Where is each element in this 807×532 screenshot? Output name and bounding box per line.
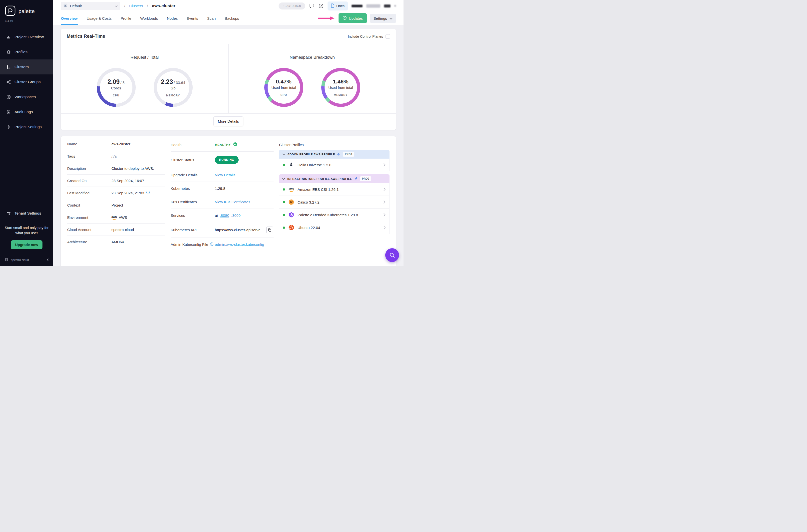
link-icon[interactable] — [337, 152, 340, 156]
health-status: HEALTHY — [215, 143, 231, 147]
namespace-memory-label: MEMORY — [334, 93, 348, 96]
audit-log-icon — [6, 109, 11, 114]
service-port-3000-link[interactable]: :3000 — [231, 213, 241, 217]
cluster-tabs: Overview Usage & Costs Profile Workloads… — [53, 12, 404, 25]
sidebar-item-label: Cluster Groups — [15, 80, 40, 84]
view-details-link[interactable]: View Details — [215, 173, 236, 177]
info-icon[interactable] — [146, 191, 150, 195]
collapse-sidebar-icon[interactable] — [46, 258, 49, 262]
chevron-down-icon — [115, 4, 118, 8]
rocket-icon — [288, 162, 295, 168]
sidebar-bottom: Tenant Settings Start small and only pay… — [0, 206, 53, 266]
namespace-cpu-value: 0.47% — [276, 78, 291, 85]
sidebar-item-clusters[interactable]: Clusters — [0, 59, 53, 74]
memory-gauge: 2.23/ 33.64 Gb MEMORY — [154, 68, 193, 107]
addon-profile-header-label: ADDON PROFILE AWS-PROFILE — [287, 153, 335, 156]
tab-events[interactable]: Events — [186, 12, 199, 25]
view-k8s-certificates-link[interactable]: View K8s Certificates — [215, 200, 250, 204]
status-dot — [283, 214, 285, 216]
tab-usage-costs[interactable]: Usage & Costs — [87, 12, 112, 25]
project-chart-icon — [63, 3, 68, 9]
docs-button[interactable]: Docs — [327, 1, 348, 11]
usage-quota-pill: 1.29/100kCh — [279, 2, 305, 10]
page-title: aws-cluster — [152, 3, 175, 8]
chevron-right-icon — [383, 200, 386, 204]
breadcrumb-clusters-link[interactable]: Clusters — [129, 4, 143, 8]
cluster-profiles-title: Cluster Profiles — [279, 143, 390, 147]
profile-item-palette-extended-kubernetes[interactable]: Palette eXtended Kubernetes 1.29.8 — [279, 209, 390, 221]
tab-workloads[interactable]: Workloads — [140, 12, 158, 25]
redacted-dot — [394, 5, 396, 7]
redacted-user-info — [352, 5, 362, 7]
sidebar-item-audit-logs[interactable]: Audit Logs — [0, 104, 53, 119]
tab-scan[interactable]: Scan — [207, 12, 216, 25]
cpu-gauge-unit: Cores — [111, 86, 121, 90]
compass-help-button[interactable] — [318, 3, 324, 9]
profile-item-calico[interactable]: Calico 3.27.2 — [279, 196, 390, 209]
request-total-section: Request / Total 2.09/ 8 Cores CPU — [61, 55, 228, 107]
infrastructure-profile-header[interactable]: INFRASTRUCTURE PROFILE AWS-PROFILE PROJ — [279, 174, 390, 183]
breadcrumb-separator: / — [124, 4, 125, 8]
detail-row-services: Services ui :8080 :3000 — [171, 209, 274, 222]
namespace-breakdown-section: Namespace Breakdown 0.47% Used from tota… — [228, 55, 396, 107]
app-window: palette 4.4.19 Project Overview Profiles… — [0, 0, 404, 266]
redacted-avatar — [384, 4, 391, 7]
top-bar: Default / Clusters / aws-cluster 1.29/10… — [53, 0, 404, 12]
topbar-actions: 1.29/100kCh Docs — [279, 1, 396, 11]
sidebar: palette 4.4.19 Project Overview Profiles… — [0, 0, 53, 266]
memory-gauge-label: MEMORY — [166, 94, 180, 97]
updates-button[interactable]: Updates — [339, 13, 367, 23]
detail-row-environment: Environment aws AWS — [67, 211, 165, 224]
sidebar-item-label: Project Overview — [15, 35, 44, 39]
detail-row-health: Health HEALTHY — [171, 138, 274, 152]
tab-overview[interactable]: Overview — [61, 12, 78, 25]
link-icon[interactable] — [354, 177, 358, 181]
profile-item-hello-universe[interactable]: Hello Universe 1.2.0 — [279, 158, 390, 171]
sidebar-item-project-overview[interactable]: Project Overview — [0, 30, 53, 44]
settings-button[interactable]: Settings — [370, 14, 396, 23]
tab-nodes[interactable]: Nodes — [167, 12, 178, 25]
chat-button[interactable] — [309, 3, 315, 9]
namespace-memory-caption: Used from total — [328, 86, 353, 90]
addon-profile-header[interactable]: ADDON PROFILE AWS-PROFILE PROJ — [279, 150, 390, 158]
brand-row: palette — [0, 0, 53, 19]
sidebar-item-profiles[interactable]: Profiles — [0, 44, 53, 59]
service-port-8080-link[interactable]: :8080 — [220, 213, 229, 217]
docs-button-label: Docs — [336, 4, 344, 8]
detail-row-cloud-account: Cloud Account spectro-cloud — [67, 224, 165, 236]
request-total-title: Request / Total — [130, 55, 159, 60]
project-selector[interactable]: Default — [61, 2, 120, 10]
sidebar-item-label: Tenant Settings — [15, 211, 41, 215]
profile-item-name: Calico 3.27.2 — [298, 200, 320, 204]
include-control-planes-checkbox[interactable] — [386, 34, 390, 39]
info-icon[interactable] — [210, 242, 213, 247]
more-details-button[interactable]: More Details — [213, 116, 243, 126]
profile-item-amazon-ebs-csi[interactable]: aws Amazon EBS CSI 1.26.1 — [279, 183, 390, 196]
cpu-gauge-total: / 8 — [120, 80, 125, 85]
sidebar-item-tenant-settings[interactable]: Tenant Settings — [0, 206, 53, 221]
profile-item-ubuntu[interactable]: Ubuntu 22.04 — [279, 221, 390, 234]
bar-chart-icon — [6, 35, 11, 39]
sidebar-item-workspaces[interactable]: Workspaces — [0, 90, 53, 104]
admin-kubeconfig-link[interactable]: admin.aws-cluster.kubeconfig — [215, 242, 264, 247]
detail-row-last-modified: Last Modified 23 Sep 2024, 21:03 — [67, 187, 165, 199]
sidebar-item-project-settings[interactable]: Project Settings — [0, 119, 53, 134]
updates-button-label: Updates — [349, 16, 363, 20]
footer-brand-text: spectro cloud — [11, 258, 44, 262]
detail-row-k8s-certificates: K8s Certificates View K8s Certificates — [171, 195, 274, 209]
namespace-breakdown-title: Namespace Breakdown — [289, 55, 335, 60]
memory-gauge-total: / 33.64 — [174, 80, 185, 85]
check-circle-icon — [233, 142, 237, 147]
tab-backups[interactable]: Backups — [224, 12, 239, 25]
sidebar-item-label: Workspaces — [15, 95, 36, 99]
main-area: Default / Clusters / aws-cluster 1.29/10… — [53, 0, 404, 266]
spectro-cloud-logo-icon — [4, 257, 9, 263]
assistant-search-fab[interactable] — [385, 248, 399, 262]
sidebar-item-cluster-groups[interactable]: Cluster Groups — [0, 74, 53, 90]
tab-profile[interactable]: Profile — [120, 12, 132, 25]
calico-icon — [288, 199, 295, 205]
detail-row-kubernetes-api: Kubernetes API https://aws-cluster-apise… — [171, 222, 274, 238]
copy-api-url-button[interactable] — [266, 227, 273, 233]
document-icon — [331, 3, 335, 8]
upgrade-now-button[interactable]: Upgrade now — [11, 240, 43, 249]
